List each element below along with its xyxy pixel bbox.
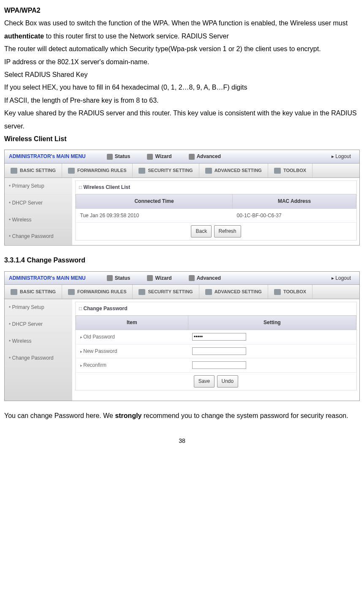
toolbox-icon	[274, 168, 281, 174]
text: You can change Password here. We	[4, 412, 115, 419]
refresh-button[interactable]: Refresh	[214, 225, 241, 237]
table-row: New Password	[76, 344, 356, 358]
basic-setting-icon	[11, 289, 17, 295]
label-new-password: New Password	[76, 344, 188, 358]
label: Advanced	[197, 273, 221, 283]
security-icon	[139, 168, 145, 174]
para: If you select HEX, you have to fill in 6…	[4, 81, 360, 94]
tab-advanced-setting[interactable]: ADVANCED SETTING	[199, 285, 268, 299]
sidebar-item-primary-setup[interactable]: Primary Setup	[5, 299, 72, 316]
basic-setting-icon	[11, 168, 17, 174]
panel-title: Change Password	[76, 302, 356, 315]
label: Wizard	[155, 152, 171, 161]
back-button[interactable]: Back	[191, 225, 212, 237]
sidebar-item-primary-setup[interactable]: Primary Setup	[5, 178, 72, 195]
menu-advanced[interactable]: Advanced	[180, 273, 229, 283]
label: ADVANCED SETTING	[215, 287, 262, 296]
status-icon	[107, 154, 113, 160]
main-panel: Change Password Item Setting Old Passwor…	[73, 299, 359, 401]
table-row: Tue Jan 26 09:39:58 2010 00-1C-BF-00-C6-…	[76, 208, 356, 223]
forwarding-icon	[68, 168, 75, 174]
advanced-icon	[189, 275, 195, 281]
tab-security-setting[interactable]: SECURITY SETTING	[133, 164, 199, 177]
security-icon	[139, 289, 145, 295]
save-button[interactable]: Save	[194, 375, 215, 388]
button-row: Back Refresh	[76, 223, 356, 240]
new-password-field[interactable]	[192, 347, 246, 355]
advanced-setting-icon	[205, 168, 212, 174]
advanced-setting-icon	[205, 289, 212, 295]
button-row: Save Undo	[76, 373, 356, 390]
menu-status[interactable]: Status	[98, 152, 139, 161]
tab-bar: BASIC SETTING FORWARDING RULES SECURITY …	[5, 164, 359, 178]
th-mac-address: MAC Address	[233, 194, 356, 208]
label: SECURITY SETTING	[148, 166, 193, 175]
text: recommend you to change the system passw…	[142, 412, 348, 419]
sidebar-item-change-password[interactable]: Change Password	[5, 228, 72, 245]
menu-wizard[interactable]: Wizard	[139, 152, 180, 161]
change-password-table: Item Setting Old Password New Password R…	[76, 315, 356, 373]
para: If ASCII, the length of Pre-share key is…	[4, 94, 360, 107]
wizard-icon	[147, 154, 153, 160]
cell-time: Tue Jan 26 09:39:58 2010	[76, 208, 233, 223]
menu-title: ADMINISTRATOR's MAIN MENU	[9, 152, 98, 161]
undo-button[interactable]: Undo	[217, 375, 239, 388]
label: TOOLBOX	[283, 166, 306, 175]
client-list-table: Connected Time MAC Address Tue Jan 26 09…	[76, 194, 356, 223]
sidebar: Primary Setup DHCP Server Wireless Chang…	[5, 178, 73, 245]
screenshot-client-list: ADMINISTRATOR's MAIN MENU Status Wizard …	[4, 150, 360, 246]
label: FORWARDING RULES	[77, 166, 127, 175]
menu-logout[interactable]: ▸ Logout	[331, 273, 355, 283]
table-row: Old Password	[76, 330, 356, 344]
forwarding-icon	[68, 289, 75, 295]
para: Select RADIUS Shared Key	[4, 68, 360, 81]
para: You can change Password here. We strongl…	[4, 409, 360, 422]
label: FORWARDING RULES	[77, 287, 127, 296]
tab-basic-setting[interactable]: BASIC SETTING	[5, 285, 62, 299]
heading-change-password: 3.3.1.4 Change Password	[4, 254, 360, 267]
tab-forwarding-rules[interactable]: FORWARDING RULES	[62, 285, 133, 299]
heading-wpa: WPA/WPA2	[4, 4, 360, 17]
label: BASIC SETTING	[20, 287, 56, 296]
label: Wizard	[155, 273, 171, 283]
label: Status	[115, 273, 130, 283]
sidebar-item-dhcp-server[interactable]: DHCP Server	[5, 195, 72, 212]
menu-logout[interactable]: ▸ Logout	[331, 152, 355, 161]
menu-title: ADMINISTRATOR's MAIN MENU	[9, 273, 98, 283]
th-connected-time: Connected Time	[76, 194, 233, 208]
text-bold: authenticate	[4, 33, 44, 40]
para: Key value shared by the RADIUS server an…	[4, 107, 360, 133]
label: ADVANCED SETTING	[215, 166, 262, 175]
label-old-password: Old Password	[76, 330, 188, 344]
reconfirm-password-field[interactable]	[192, 361, 246, 369]
sidebar-item-wireless[interactable]: Wireless	[5, 212, 72, 229]
text-bold: strongly	[115, 412, 141, 419]
tab-security-setting[interactable]: SECURITY SETTING	[133, 285, 199, 299]
tab-toolbox[interactable]: TOOLBOX	[268, 164, 312, 177]
menu-wizard[interactable]: Wizard	[139, 273, 180, 283]
screenshot-change-password: ADMINISTRATOR's MAIN MENU Status Wizard …	[4, 271, 360, 401]
main-menu-bar: ADMINISTRATOR's MAIN MENU Status Wizard …	[5, 272, 359, 285]
panel-title: Wireless Client List	[76, 181, 356, 194]
th-setting: Setting	[188, 316, 356, 330]
tab-advanced-setting[interactable]: ADVANCED SETTING	[199, 164, 268, 177]
sidebar-item-change-password[interactable]: Change Password	[5, 350, 72, 367]
sidebar-item-dhcp-server[interactable]: DHCP Server	[5, 316, 72, 333]
tab-bar: BASIC SETTING FORWARDING RULES SECURITY …	[5, 285, 359, 299]
page-number: 38	[4, 435, 360, 447]
label-reconfirm: Reconfirm	[76, 358, 188, 373]
tab-basic-setting[interactable]: BASIC SETTING	[5, 164, 62, 177]
text: Check Box was used to switch the functio…	[4, 19, 348, 27]
heading-client-list: Wireless Client List	[4, 133, 360, 145]
text: to this router first to use the Network …	[44, 33, 228, 40]
label: Advanced	[197, 152, 221, 161]
tab-forwarding-rules[interactable]: FORWARDING RULES	[62, 164, 133, 177]
status-icon	[107, 275, 113, 281]
menu-status[interactable]: Status	[98, 273, 139, 283]
label: BASIC SETTING	[20, 166, 56, 175]
th-item: Item	[76, 316, 188, 330]
sidebar-item-wireless[interactable]: Wireless	[5, 333, 72, 350]
menu-advanced[interactable]: Advanced	[180, 152, 229, 161]
tab-toolbox[interactable]: TOOLBOX	[268, 285, 312, 299]
old-password-field[interactable]	[192, 333, 246, 341]
